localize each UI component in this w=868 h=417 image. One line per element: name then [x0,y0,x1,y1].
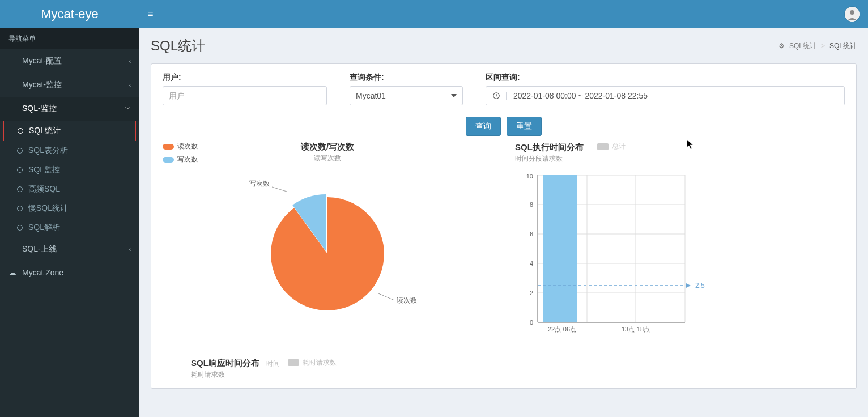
sidebar: Mycat-eye 导航菜单 Mycat-配置 ‹ Mycat-监控 ‹ SQL… [0,0,139,417]
legend-dot-icon [163,157,174,163]
sidebar-item-mycat-monitor[interactable]: Mycat-监控 ‹ [0,73,139,97]
legend-dot-icon [288,359,299,366]
reset-button[interactable]: 重置 [507,117,542,136]
breadcrumb: ⚙ SQL统计 > SQL统计 [778,41,857,51]
sidebar-item-mycat-zone[interactable]: Mycat Zone [0,261,139,284]
legend-dot-icon [163,144,174,150]
grid-icon [8,58,16,64]
app-logo[interactable]: Mycat-eye [0,0,139,28]
bar-legend[interactable]: 总计 [597,142,626,151]
page-title: SQL统计 [151,37,205,55]
sidebar-subitem-high-freq[interactable]: 高频SQL [0,180,139,199]
svg-line-5 [378,293,394,300]
chevron-down-icon: ﹀ [125,105,131,113]
filter-range-label: 区间查询: [486,73,845,83]
sidebar-subitem-label: SQL监控 [28,165,60,175]
date-range-input-wrap[interactable] [486,86,845,105]
svg-text:2.5: 2.5 [695,282,705,290]
sidebar-subitem-label: SQL统计 [29,126,61,136]
svg-text:8: 8 [530,201,533,208]
sidebar-subitem-slow-sql[interactable]: 慢SQL统计 [0,199,139,218]
sidebar-subitem-sql-stats[interactable]: SQL统计 [3,121,136,141]
bar-subtitle: 时间分段请求数 [515,154,845,164]
sidebar-subitem-sql-table[interactable]: SQL表分析 [0,141,139,160]
circle-icon [17,206,23,211]
sidebar-subitem-label: SQL表分析 [28,146,68,156]
filter-condition-label: 查询条件: [350,73,463,83]
svg-rect-17 [543,175,577,322]
svg-text:10: 10 [526,173,533,180]
sidebar-item-label: Mycat-配置 [22,56,62,66]
circle-icon [17,148,23,154]
chart3-subtitle: 耗时请求数 [191,370,845,380]
chevron-left-icon: ‹ [129,58,131,65]
sidebar-item-sql-online[interactable]: SQL-上线 ‹ [0,237,139,261]
pie-chart-svg: 写次数 读次数 [231,175,424,333]
clock-icon [486,92,507,100]
cloud-icon [8,268,22,277]
pie-chart: 读次数 写次数 读次数/写次数 读写次数 [163,142,492,341]
sidebar-subitem-sql-parse[interactable]: SQL解析 [0,218,139,237]
pie-legend-write[interactable]: 写次数 [163,155,198,164]
circle-icon [17,225,23,231]
svg-text:0: 0 [530,319,533,326]
query-button[interactable]: 查询 [466,117,501,136]
legend-dot-icon [597,143,609,150]
svg-text:13点-18点: 13点-18点 [622,326,650,333]
filter-condition: 查询条件: Mycat01 [350,73,463,105]
hamburger-icon[interactable]: ≡ [148,9,153,19]
breadcrumb-item-active: SQL统计 [829,41,857,51]
svg-text:读次数: 读次数 [397,296,417,304]
svg-text:22点-06点: 22点-06点 [548,326,576,333]
sidebar-item-label: SQL-上线 [22,244,57,254]
sidebar-item-label: SQL-监控 [22,104,57,114]
page-header: SQL统计 ⚙ SQL统计 > SQL统计 [139,28,868,63]
pie-legend-read[interactable]: 读次数 [163,142,198,151]
svg-text:2: 2 [530,290,533,296]
bar-chart-svg: 2.5 0 2 4 6 8 10 22点-06点 [515,169,708,339]
filter-row: 用户: 查询条件: Mycat01 区间查询: [163,73,845,105]
pie-legend: 读次数 写次数 [163,142,198,168]
circle-icon [17,186,23,192]
svg-text:4: 4 [530,260,533,267]
svg-text:6: 6 [530,231,533,237]
sidebar-item-mycat-config[interactable]: Mycat-配置 ‹ [0,49,139,73]
chevron-left-icon: ‹ [129,82,131,88]
sidebar-item-label: Mycat Zone [22,268,63,277]
circle-icon [17,167,23,173]
svg-line-3 [272,187,287,192]
content-card: 用户: 查询条件: Mycat01 区间查询: [151,63,857,389]
sidebar-subitem-label: SQL解析 [28,223,60,233]
sidebar-subitem-label: 高频SQL [28,184,60,194]
bar-title: SQL执行时间分布 [515,142,584,153]
pie-title: 读次数/写次数 [163,142,492,152]
svg-point-1 [850,10,854,15]
chart3-legend2[interactable]: 耗时请求数 [288,358,337,368]
nav-header: 导航菜单 [0,28,139,49]
dashboard-icon: ⚙ [778,42,785,50]
circle-icon [18,128,23,134]
breadcrumb-separator: > [821,42,825,50]
filter-user: 用户: [163,73,327,105]
user-input[interactable] [163,86,327,105]
bar-chart: SQL执行时间分布 总计 时间分段请求数 [515,142,845,341]
chart3-legend1: 时间 [266,360,280,368]
sidebar-item-sql-monitor[interactable]: SQL-监控 ﹀ [0,97,139,121]
svg-text:写次数: 写次数 [249,180,270,188]
avatar[interactable] [845,7,860,22]
grid-icon [8,106,16,112]
top-bar: ≡ [139,0,868,28]
sidebar-item-label: Mycat-监控 [22,80,62,90]
sidebar-subitem-sql-mon[interactable]: SQL监控 [0,160,139,180]
pie-subtitle: 读写次数 [163,154,492,163]
button-row: 查询 重置 [163,117,845,136]
grid-icon [8,82,16,88]
condition-select[interactable]: Mycat01 [350,86,463,105]
filter-range: 区间查询: [486,73,845,105]
chevron-left-icon: ‹ [129,246,131,253]
filter-user-label: 用户: [163,73,327,83]
grid-icon [8,246,16,252]
chart3-title: SQL响应时间分布 [191,358,259,369]
date-range-input[interactable] [507,87,844,105]
breadcrumb-item[interactable]: SQL统计 [789,41,816,51]
